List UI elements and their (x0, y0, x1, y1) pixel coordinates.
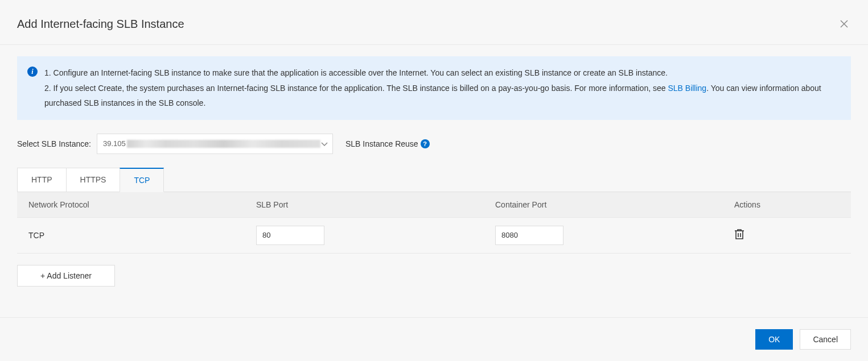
slb-instance-select[interactable]: 39.105 (97, 134, 333, 154)
help-icon[interactable]: ? (421, 139, 430, 148)
slb-port-input[interactable] (256, 226, 324, 245)
tab-tcp[interactable]: TCP (120, 168, 164, 192)
info-line2a: 2. If you select Create, the system purc… (44, 84, 668, 93)
listener-table: Network Protocol SLB Port Container Port… (17, 192, 851, 254)
slb-reuse-text: SLB Instance Reuse (345, 139, 418, 148)
info-line1: 1. Configure an Internet-facing SLB inst… (44, 68, 668, 77)
info-text: 1. Configure an Internet-facing SLB inst… (44, 65, 841, 111)
protocol-tabs: HTTP HTTPS TCP (17, 168, 851, 192)
cancel-button[interactable]: Cancel (800, 329, 851, 350)
cell-slb-port (256, 226, 495, 245)
tab-http[interactable]: HTTP (17, 168, 67, 192)
dialog-body: i 1. Configure an Internet-facing SLB in… (0, 45, 868, 317)
slb-billing-link[interactable]: SLB Billing (668, 84, 706, 93)
info-icon: i (27, 67, 38, 77)
slb-value-redacted (127, 140, 320, 148)
header-actions: Actions (734, 200, 840, 209)
dialog-footer: OK Cancel (0, 317, 868, 361)
tab-https[interactable]: HTTPS (66, 168, 121, 192)
slb-reuse-label: SLB Instance Reuse ? (345, 139, 430, 148)
table-header: Network Protocol SLB Port Container Port… (17, 192, 851, 218)
close-button[interactable] (837, 17, 851, 31)
select-slb-label: Select SLB Instance: (17, 139, 91, 148)
close-icon (840, 19, 849, 28)
info-box: i 1. Configure an Internet-facing SLB in… (17, 56, 851, 120)
add-listener-button[interactable]: + Add Listener (17, 265, 115, 287)
cell-protocol: TCP (28, 231, 256, 240)
dialog-header: Add Internet-facing SLB Instance (0, 0, 868, 45)
trash-icon (734, 229, 744, 240)
slb-instance-value: 39.105 (103, 139, 320, 148)
header-container-port: Container Port (495, 200, 734, 209)
slb-value-prefix: 39.105 (103, 139, 126, 148)
header-protocol: Network Protocol (28, 200, 256, 209)
ok-button[interactable]: OK (755, 329, 793, 350)
dialog: Add Internet-facing SLB Instance i 1. Co… (0, 0, 868, 361)
container-port-input[interactable] (495, 226, 563, 245)
cell-actions (734, 229, 840, 242)
chevron-down-icon (320, 139, 328, 148)
table-row: TCP (17, 218, 851, 254)
header-slb-port: SLB Port (256, 200, 495, 209)
dialog-title: Add Internet-facing SLB Instance (17, 18, 184, 31)
select-slb-row: Select SLB Instance: 39.105 SLB Instance… (17, 134, 851, 154)
delete-button[interactable] (734, 229, 744, 240)
cell-container-port (495, 226, 734, 245)
